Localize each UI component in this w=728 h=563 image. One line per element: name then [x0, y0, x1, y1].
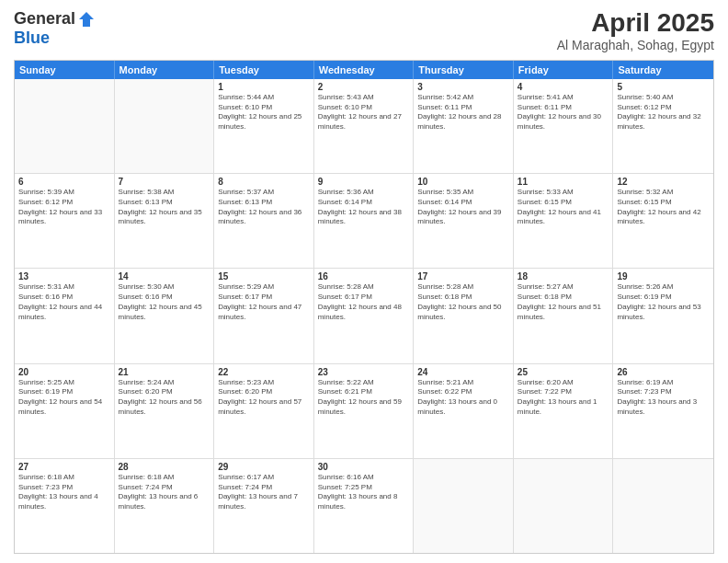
- calendar-cell: [115, 79, 215, 173]
- calendar-cell: 18Sunrise: 5:27 AMSunset: 6:18 PMDayligh…: [514, 269, 614, 362]
- cell-detail: Sunrise: 5:23 AMSunset: 6:20 PMDaylight:…: [218, 378, 310, 418]
- day-number: 16: [318, 271, 410, 282]
- calendar-row-4: 27Sunrise: 6:18 AMSunset: 7:23 PMDayligh…: [15, 459, 713, 553]
- day-number: 23: [318, 367, 410, 377]
- cell-detail: Sunrise: 5:28 AMSunset: 6:18 PMDaylight:…: [417, 282, 509, 322]
- cell-detail: Sunrise: 5:41 AMSunset: 6:11 PMDaylight:…: [518, 93, 609, 132]
- day-number: 28: [119, 462, 210, 472]
- day-number: 22: [218, 367, 310, 377]
- cell-detail: Sunrise: 6:18 AMSunset: 7:24 PMDaylight:…: [119, 473, 210, 512]
- cell-detail: Sunrise: 5:39 AMSunset: 6:12 PMDaylight:…: [18, 188, 110, 227]
- day-number: 3: [417, 82, 509, 92]
- header-day-saturday: Saturday: [613, 61, 713, 79]
- calendar-row-3: 20Sunrise: 5:25 AMSunset: 6:19 PMDayligh…: [15, 364, 713, 459]
- header: General Blue April 2025 Al Maraghah, Soh…: [14, 9, 714, 52]
- cell-detail: Sunrise: 5:44 AMSunset: 6:10 PMDaylight:…: [218, 93, 310, 132]
- calendar-cell: 3Sunrise: 5:42 AMSunset: 6:11 PMDaylight…: [414, 79, 514, 173]
- calendar-cell: 5Sunrise: 5:40 AMSunset: 6:12 PMDaylight…: [613, 79, 713, 173]
- header-day-friday: Friday: [514, 61, 614, 79]
- calendar-cell: 20Sunrise: 5:25 AMSunset: 6:19 PMDayligh…: [15, 364, 115, 458]
- calendar-cell: [414, 459, 514, 553]
- calendar-cell: 24Sunrise: 5:21 AMSunset: 6:22 PMDayligh…: [414, 364, 514, 458]
- calendar-header: SundayMondayTuesdayWednesdayThursdayFrid…: [15, 61, 713, 79]
- cell-detail: Sunrise: 6:19 AMSunset: 7:23 PMDaylight:…: [617, 378, 710, 418]
- day-number: 30: [318, 462, 410, 472]
- svg-marker-0: [79, 12, 94, 27]
- calendar-cell: 23Sunrise: 5:22 AMSunset: 6:21 PMDayligh…: [314, 364, 415, 458]
- day-number: 12: [617, 177, 710, 187]
- calendar-cell: 6Sunrise: 5:39 AMSunset: 6:12 PMDaylight…: [15, 174, 115, 268]
- title-block: April 2025 Al Maraghah, Sohag, Egypt: [557, 9, 714, 52]
- cell-detail: Sunrise: 5:38 AMSunset: 6:13 PMDaylight:…: [119, 188, 210, 227]
- cell-detail: Sunrise: 5:32 AMSunset: 6:15 PMDaylight:…: [617, 188, 710, 227]
- day-number: 24: [417, 367, 509, 377]
- calendar-cell: 1Sunrise: 5:44 AMSunset: 6:10 PMDaylight…: [214, 79, 314, 173]
- day-number: 17: [417, 271, 509, 282]
- cell-detail: Sunrise: 5:37 AMSunset: 6:13 PMDaylight:…: [218, 188, 310, 227]
- day-number: 11: [518, 177, 609, 187]
- header-day-sunday: Sunday: [15, 61, 115, 79]
- page: General Blue April 2025 Al Maraghah, Soh…: [0, 0, 728, 563]
- day-number: 21: [119, 367, 210, 377]
- calendar-row-1: 6Sunrise: 5:39 AMSunset: 6:12 PMDaylight…: [15, 174, 713, 269]
- cell-detail: Sunrise: 5:24 AMSunset: 6:20 PMDaylight:…: [119, 378, 210, 418]
- calendar-cell: 22Sunrise: 5:23 AMSunset: 6:20 PMDayligh…: [214, 364, 314, 458]
- day-number: 8: [218, 177, 310, 187]
- calendar-body: 1Sunrise: 5:44 AMSunset: 6:10 PMDaylight…: [15, 79, 713, 553]
- calendar-cell: 30Sunrise: 6:16 AMSunset: 7:25 PMDayligh…: [314, 459, 415, 553]
- logo-icon: [77, 10, 96, 29]
- cell-detail: Sunrise: 5:36 AMSunset: 6:14 PMDaylight:…: [318, 188, 410, 227]
- cell-detail: Sunrise: 5:22 AMSunset: 6:21 PMDaylight:…: [318, 378, 410, 418]
- calendar-cell: [15, 79, 115, 173]
- month-title: April 2025: [557, 9, 714, 38]
- calendar-cell: 9Sunrise: 5:36 AMSunset: 6:14 PMDaylight…: [314, 174, 415, 268]
- calendar-cell: 25Sunrise: 6:20 AMSunset: 7:22 PMDayligh…: [514, 364, 614, 458]
- calendar-cell: 4Sunrise: 5:41 AMSunset: 6:11 PMDaylight…: [514, 79, 614, 173]
- day-number: 13: [18, 271, 110, 282]
- day-number: 15: [218, 271, 310, 282]
- cell-detail: Sunrise: 5:21 AMSunset: 6:22 PMDaylight:…: [417, 378, 509, 418]
- calendar-cell: 11Sunrise: 5:33 AMSunset: 6:15 PMDayligh…: [514, 174, 614, 268]
- header-day-wednesday: Wednesday: [314, 61, 415, 79]
- day-number: 5: [617, 82, 710, 92]
- calendar-cell: 8Sunrise: 5:37 AMSunset: 6:13 PMDaylight…: [214, 174, 314, 268]
- cell-detail: Sunrise: 5:33 AMSunset: 6:15 PMDaylight:…: [518, 188, 609, 227]
- day-number: 29: [218, 462, 310, 472]
- day-number: 2: [318, 82, 410, 92]
- calendar-cell: 10Sunrise: 5:35 AMSunset: 6:14 PMDayligh…: [414, 174, 514, 268]
- calendar-cell: 13Sunrise: 5:31 AMSunset: 6:16 PMDayligh…: [15, 269, 115, 362]
- logo: General Blue: [14, 9, 96, 48]
- cell-detail: Sunrise: 5:25 AMSunset: 6:19 PMDaylight:…: [18, 378, 110, 418]
- cell-detail: Sunrise: 5:35 AMSunset: 6:14 PMDaylight:…: [417, 188, 509, 227]
- calendar-cell: 27Sunrise: 6:18 AMSunset: 7:23 PMDayligh…: [15, 459, 115, 553]
- cell-detail: Sunrise: 5:28 AMSunset: 6:17 PMDaylight:…: [318, 282, 410, 322]
- day-number: 7: [119, 177, 210, 187]
- calendar-cell: 12Sunrise: 5:32 AMSunset: 6:15 PMDayligh…: [613, 174, 713, 268]
- day-number: 26: [617, 367, 710, 377]
- cell-detail: Sunrise: 6:18 AMSunset: 7:23 PMDaylight:…: [18, 473, 110, 512]
- calendar-cell: 19Sunrise: 5:26 AMSunset: 6:19 PMDayligh…: [613, 269, 713, 362]
- logo-general: General: [14, 9, 75, 29]
- day-number: 19: [617, 271, 710, 282]
- header-day-monday: Monday: [115, 61, 215, 79]
- cell-detail: Sunrise: 5:27 AMSunset: 6:18 PMDaylight:…: [518, 282, 609, 322]
- cell-detail: Sunrise: 6:17 AMSunset: 7:24 PMDaylight:…: [218, 473, 310, 512]
- header-day-thursday: Thursday: [414, 61, 514, 79]
- logo-blue: Blue: [14, 29, 50, 48]
- day-number: 10: [417, 177, 509, 187]
- cell-detail: Sunrise: 5:42 AMSunset: 6:11 PMDaylight:…: [417, 93, 509, 132]
- cell-detail: Sunrise: 6:20 AMSunset: 7:22 PMDaylight:…: [518, 378, 609, 418]
- calendar-cell: 17Sunrise: 5:28 AMSunset: 6:18 PMDayligh…: [414, 269, 514, 362]
- day-number: 20: [18, 367, 110, 377]
- calendar-cell: 2Sunrise: 5:43 AMSunset: 6:10 PMDaylight…: [314, 79, 415, 173]
- cell-detail: Sunrise: 5:31 AMSunset: 6:16 PMDaylight:…: [18, 282, 110, 322]
- cell-detail: Sunrise: 6:16 AMSunset: 7:25 PMDaylight:…: [318, 473, 410, 512]
- cell-detail: Sunrise: 5:43 AMSunset: 6:10 PMDaylight:…: [318, 93, 410, 132]
- day-number: 9: [318, 177, 410, 187]
- day-number: 6: [18, 177, 110, 187]
- calendar-cell: 15Sunrise: 5:29 AMSunset: 6:17 PMDayligh…: [214, 269, 314, 362]
- calendar-cell: 28Sunrise: 6:18 AMSunset: 7:24 PMDayligh…: [115, 459, 215, 553]
- day-number: 4: [518, 82, 609, 92]
- calendar-cell: 29Sunrise: 6:17 AMSunset: 7:24 PMDayligh…: [214, 459, 314, 553]
- calendar-cell: [613, 459, 713, 553]
